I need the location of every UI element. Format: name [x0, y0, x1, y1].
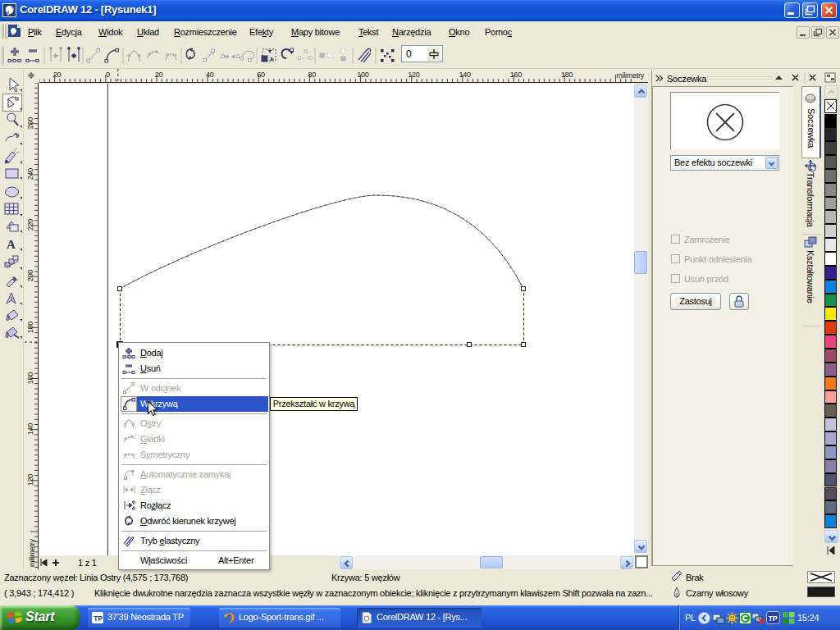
svg-text:milimetry: milimetry: [616, 71, 644, 80]
svg-text:40: 40: [206, 71, 214, 79]
svg-text:100: 100: [357, 71, 369, 79]
svg-text:1 z 1: 1 z 1: [78, 558, 97, 568]
svg-text:160: 160: [26, 372, 34, 385]
svg-text:milimetry: milimetry: [28, 539, 36, 567]
svg-text:TP: TP: [94, 614, 103, 623]
svg-text:A: A: [7, 238, 16, 251]
svg-text:0: 0: [106, 71, 110, 79]
svg-text:200: 200: [26, 270, 34, 282]
svg-text:260: 260: [26, 117, 34, 130]
svg-text:120: 120: [26, 474, 34, 486]
svg-text:Soczewka: Soczewka: [667, 74, 707, 84]
svg-text:80: 80: [308, 71, 316, 79]
svg-text:180: 180: [26, 322, 34, 334]
svg-text:20: 20: [53, 71, 62, 79]
svg-text:20: 20: [155, 71, 163, 79]
svg-text:140: 140: [459, 71, 471, 79]
svg-text:TP: TP: [769, 614, 778, 623]
svg-text:120: 120: [408, 71, 420, 79]
svg-text:160: 160: [510, 71, 523, 79]
svg-text:240: 240: [26, 168, 34, 180]
svg-text:140: 140: [26, 423, 34, 436]
svg-text:220: 220: [26, 219, 34, 231]
svg-text:180: 180: [561, 71, 573, 79]
svg-text:60: 60: [257, 71, 265, 79]
